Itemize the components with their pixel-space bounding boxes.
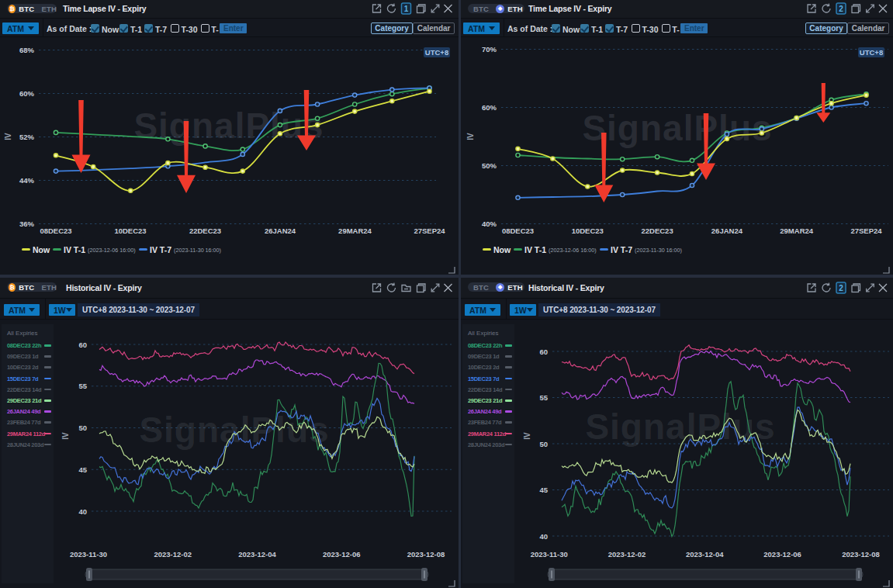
svg-text:50%: 50% (482, 161, 497, 170)
svg-text:IV T-7: IV T-7 (150, 245, 171, 254)
svg-text:50: 50 (539, 440, 548, 448)
svg-text:60%: 60% (19, 89, 35, 98)
svg-text:IV: IV (523, 432, 531, 440)
svg-text:Now: Now (33, 245, 50, 254)
svg-text:SignalPlus: SignalPlus (133, 105, 324, 146)
svg-text:29MAR24: 29MAR24 (338, 227, 372, 235)
svg-text:45: 45 (78, 465, 87, 474)
svg-text:40%: 40% (482, 220, 497, 228)
svg-text:60%: 60% (482, 103, 497, 112)
svg-text:2: 2 (839, 5, 843, 13)
svg-text:08DEC23: 08DEC23 (502, 227, 534, 235)
svg-text:10DEC23: 10DEC23 (572, 227, 604, 235)
svg-text:27SEP24: 27SEP24 (850, 227, 882, 235)
svg-text:29MAR24: 29MAR24 (780, 227, 813, 235)
svg-text:70%: 70% (482, 45, 497, 54)
svg-text:10DEC23: 10DEC23 (114, 227, 146, 235)
svg-text:2: 2 (839, 284, 843, 292)
svg-text:2023-12-02: 2023-12-02 (154, 550, 192, 559)
svg-text:IV T-1: IV T-1 (64, 245, 85, 254)
svg-text:(2023-11-30 16:00): (2023-11-30 16:00) (174, 247, 221, 254)
svg-text:2023-12-04: 2023-12-04 (686, 550, 724, 559)
svg-text:2023-12-08: 2023-12-08 (842, 550, 880, 559)
svg-text:2023-11-30: 2023-11-30 (70, 550, 107, 559)
svg-text:60: 60 (78, 341, 87, 349)
svg-text:2023-12-02: 2023-12-02 (608, 550, 646, 559)
svg-text:50: 50 (78, 424, 87, 432)
svg-text:36%: 36% (19, 220, 35, 228)
svg-text:2023-11-30: 2023-11-30 (531, 550, 568, 559)
svg-text:IV: IV (466, 133, 475, 140)
svg-text:44%: 44% (19, 176, 35, 185)
svg-text:08DEC23: 08DEC23 (40, 227, 71, 235)
svg-text:22DEC23: 22DEC23 (641, 227, 673, 235)
svg-text:68%: 68% (19, 46, 35, 54)
svg-text:IV: IV (4, 133, 12, 140)
svg-text:55: 55 (539, 393, 548, 402)
svg-text:IV T-7: IV T-7 (611, 245, 632, 254)
svg-text:52%: 52% (19, 133, 35, 141)
svg-text:SignalPlus: SignalPlus (582, 108, 772, 148)
svg-text:40: 40 (78, 507, 87, 516)
svg-text:UTC+8: UTC+8 (425, 48, 448, 57)
svg-text:Now: Now (493, 245, 511, 254)
svg-text:(2023-12-06 16:00): (2023-12-06 16:00) (88, 247, 136, 254)
svg-text:2023-12-06: 2023-12-06 (763, 550, 801, 559)
svg-text:55: 55 (78, 382, 87, 390)
svg-text:1: 1 (404, 5, 409, 13)
svg-text:27SEP24: 27SEP24 (414, 227, 445, 235)
svg-text:2023-12-08: 2023-12-08 (407, 550, 445, 559)
svg-text:2023-12-06: 2023-12-06 (323, 550, 361, 559)
svg-text:60: 60 (539, 348, 548, 356)
svg-text:22DEC23: 22DEC23 (189, 227, 221, 235)
svg-text:IV: IV (61, 432, 70, 440)
svg-text:2023-12-04: 2023-12-04 (238, 550, 276, 559)
svg-text:(2023-12-06 16:00): (2023-12-06 16:00) (549, 247, 597, 254)
svg-text:26JAN24: 26JAN24 (711, 227, 743, 235)
svg-text:45: 45 (539, 486, 548, 494)
svg-text:26JAN24: 26JAN24 (265, 227, 296, 235)
svg-text:(2023-11-30 16:00): (2023-11-30 16:00) (635, 247, 682, 254)
svg-text:IV T-1: IV T-1 (524, 245, 546, 254)
svg-text:40: 40 (539, 532, 548, 541)
svg-text:UTC+8: UTC+8 (860, 48, 883, 57)
